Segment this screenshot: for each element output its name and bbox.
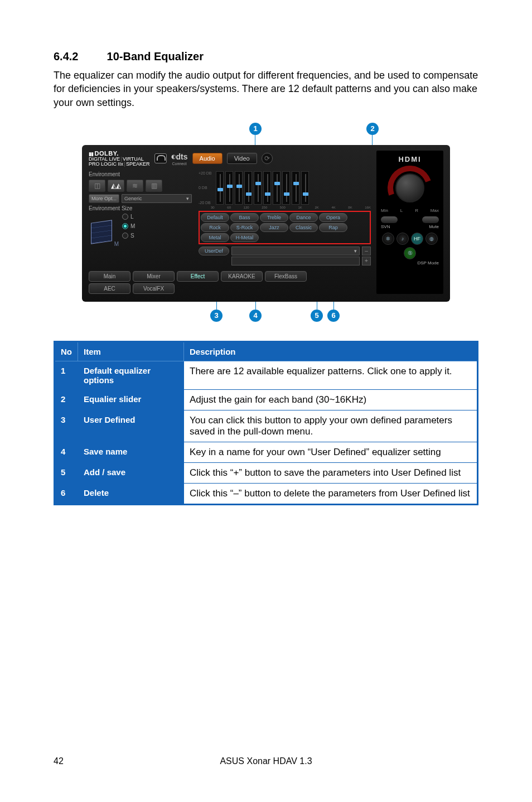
row-desc: Click this “+” button to save the parame… (184, 462, 478, 483)
row-no: 5 (55, 462, 78, 483)
preset-treble[interactable]: Treble (260, 213, 288, 222)
eq-band-slider[interactable] (225, 171, 233, 205)
more-options-button[interactable]: More Opt... (89, 194, 119, 203)
tab-vocalfx[interactable]: VocalFX (133, 283, 175, 294)
row-no: 6 (55, 483, 78, 504)
eq-band-slider[interactable] (292, 171, 299, 205)
eq-band-slider[interactable] (263, 171, 271, 205)
eq-preset-grid: Default Bass Treble Dance Opera Rock S-R… (199, 211, 371, 244)
headphone-icon[interactable] (154, 153, 167, 163)
svn-toggle[interactable] (381, 216, 398, 223)
callout-2-line (372, 135, 373, 145)
row-desc: Click this “–” button to delete the para… (184, 483, 478, 504)
userdef-row: UserDef ▾ – (199, 247, 371, 255)
eq-band-slider[interactable] (216, 171, 224, 205)
row-item: Add / save (78, 462, 184, 483)
top-bar: ▮▮ DOLBY. DIGITAL LIVE VIRTUAL PRO LOGIC… (89, 151, 371, 167)
mode-icon-hf[interactable]: HF (411, 233, 423, 245)
callout-5: 5 (311, 310, 323, 322)
userdef-dropdown[interactable]: ▾ (231, 247, 360, 255)
refresh-icon[interactable]: ⟳ (262, 153, 273, 164)
effect-panel-row: Environment ◫ ◭◭ ≋ ▥ More Opt... Generic… (89, 171, 371, 265)
section-title-text: 10-Band Equalizer (107, 50, 204, 62)
row-desc: Adjust the gain for each band (30~16KHz) (184, 389, 478, 410)
tab-mixer[interactable]: Mixer (133, 271, 175, 282)
mode-icon-2[interactable]: ♪ (396, 233, 409, 245)
table-row: 2Equalier sliderAdjust the gain for each… (55, 389, 478, 410)
env-icon-underwater[interactable]: ≋ (127, 180, 143, 192)
callout-3-line (216, 302, 217, 310)
row-desc: There are 12 available equalizer pattern… (184, 361, 478, 389)
audio-tab[interactable]: Audio (192, 153, 223, 164)
preset-srock[interactable]: S-Rock (230, 223, 259, 232)
env-icon-mountain[interactable]: ◭◭ (108, 180, 124, 192)
chevron-down-icon: ▾ (354, 248, 357, 254)
tab-effect[interactable]: Effect (177, 271, 219, 282)
mute-label: Mute (429, 224, 439, 229)
intro-paragraph: The equalizer can modify the audio outpu… (54, 69, 478, 109)
tab-aec[interactable]: AEC (89, 283, 130, 294)
preset-rap[interactable]: Rap (319, 223, 347, 232)
size-radio-s[interactable]: S (122, 233, 135, 239)
preset-opera[interactable]: Opera (319, 213, 347, 222)
userdef-button[interactable]: UserDef (199, 247, 229, 255)
callout-3: 3 (210, 310, 223, 322)
shot-left-panel: ▮▮ DOLBY. DIGITAL LIVE VIRTUAL PRO LOGIC… (89, 151, 371, 294)
eq-y-axis: +20 DB 0 DB -20 DB (199, 171, 212, 205)
tab-karaoke[interactable]: KARAOKE (221, 271, 263, 282)
table-row: 6DeleteClick this “–” button to delete t… (55, 483, 478, 504)
env-icon-bathroom[interactable]: ◫ (89, 180, 105, 192)
row-item: Delete (78, 483, 184, 504)
page-footer: 42 ASUS Xonar HDAV 1.3 (54, 756, 478, 766)
preset-bass[interactable]: Bass (230, 213, 259, 222)
callout-4: 4 (249, 310, 262, 322)
eq-band-slider[interactable] (244, 171, 252, 205)
section-number: 6.4.2 (54, 50, 104, 63)
video-tab[interactable]: Video (227, 153, 257, 164)
eq-band-slider[interactable] (254, 171, 262, 205)
dts-logo: ◐dts Connect (171, 152, 188, 166)
size-radio-l[interactable]: L (122, 214, 135, 220)
row-no: 4 (55, 442, 78, 462)
table-body: 1Default equalizer optionsThere are 12 a… (55, 361, 478, 504)
eq-band-slider[interactable] (282, 171, 290, 205)
preset-hmetal[interactable]: H-Metal (230, 233, 259, 242)
preset-dance[interactable]: Dance (289, 213, 318, 222)
preset-default[interactable]: Default (201, 213, 229, 222)
volume-knob[interactable] (385, 169, 435, 208)
mode-icon-1[interactable]: ✲ (382, 233, 394, 245)
preset-jazz[interactable]: Jazz (260, 223, 288, 232)
add-preset-button[interactable]: + (362, 257, 371, 265)
preset-rock[interactable]: Rock (201, 223, 229, 232)
table-header-item: Item (78, 341, 184, 361)
tab-main[interactable]: Main (89, 271, 130, 282)
eq-band-label: 16K (365, 206, 371, 209)
callouts-bottom: 3 4 5 6 (82, 302, 450, 324)
eq-band-label: 500 (280, 206, 286, 209)
tab-flexbass[interactable]: FlexBass (265, 271, 307, 282)
bottom-tab-bar: Main Mixer Effect KARAOKE FlexBass (89, 271, 371, 282)
chevron-down-icon: ▾ (186, 196, 189, 201)
env-dropdown-value: Generic (124, 196, 142, 201)
row-item: Save name (78, 442, 184, 462)
dolby-logo: ▮▮ DOLBY. DIGITAL LIVE VIRTUAL PRO LOGIC… (89, 151, 150, 167)
env-icon-hall[interactable]: ▥ (146, 180, 162, 192)
callout-1: 1 (249, 123, 262, 135)
svn-label: SVN (381, 224, 390, 229)
table-row: 1Default equalizer optionsThere are 12 a… (55, 361, 478, 389)
size-radio-m[interactable]: M (122, 223, 135, 229)
delete-preset-button[interactable]: – (362, 247, 371, 255)
eq-band-slider[interactable] (273, 171, 280, 205)
eq-band-label: 8K (348, 206, 352, 209)
dolby-prologic: PRO LOGIC IIx (89, 162, 123, 167)
eq-band-slider[interactable] (301, 171, 309, 205)
eq-band-slider[interactable] (235, 171, 243, 205)
environment-dropdown[interactable]: Generic ▾ (122, 194, 192, 203)
preset-metal[interactable]: Metal (201, 233, 229, 242)
mode-icon-5[interactable]: ⦿ (404, 247, 416, 259)
mute-toggle[interactable] (422, 216, 439, 223)
equalizer-panel: +20 DB 0 DB -20 DB 30601202505001K2K4K8K… (199, 171, 371, 265)
preset-classic[interactable]: Classic (289, 223, 318, 232)
save-name-input[interactable] (231, 257, 360, 265)
mode-icon-4[interactable]: ◍ (425, 233, 438, 245)
